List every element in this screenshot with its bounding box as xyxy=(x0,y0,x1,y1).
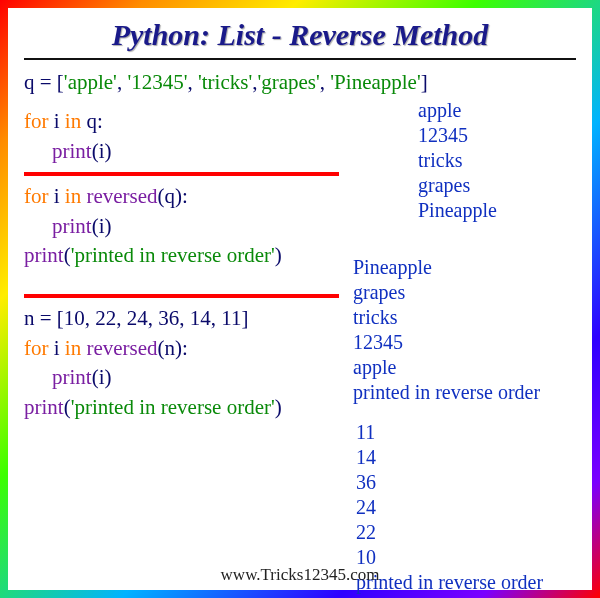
var-q: q xyxy=(165,184,176,208)
output-line: 36 xyxy=(356,470,543,495)
colon: : xyxy=(182,184,188,208)
paren-open: ( xyxy=(64,395,71,419)
colon: : xyxy=(182,336,188,360)
output-line: printed in reverse order xyxy=(353,380,540,405)
page-card: Python: List - Reverse Method q = ['appl… xyxy=(8,8,592,590)
kw-in: in xyxy=(65,109,87,133)
output-block-2: Pineapple grapes tricks 12345 apple prin… xyxy=(353,255,540,405)
paren-close: ) xyxy=(275,395,282,419)
kw-reversed: reversed xyxy=(86,336,157,360)
var-i: i xyxy=(54,109,65,133)
paren-close: ) xyxy=(175,336,182,360)
eq-open: = [ xyxy=(35,70,64,94)
paren-open: ( xyxy=(64,243,71,267)
str-12345: '12345' xyxy=(127,70,187,94)
kw-for: for xyxy=(24,109,54,133)
kw-print: print xyxy=(24,395,64,419)
paren-close: ) xyxy=(105,139,112,163)
num-list: 10, 22, 24, 36, 14, 11 xyxy=(64,306,242,330)
output-line: 11 xyxy=(356,420,543,445)
output-line: grapes xyxy=(418,173,497,198)
eq-open: = [ xyxy=(35,306,64,330)
output-line: tricks xyxy=(353,305,540,330)
page-title: Python: List - Reverse Method xyxy=(24,18,576,60)
paren-close: ) xyxy=(175,184,182,208)
kw-print: print xyxy=(52,214,92,238)
var-n: n xyxy=(165,336,176,360)
str-tricks: 'tricks' xyxy=(198,70,252,94)
output-line: 14 xyxy=(356,445,543,470)
var-n: n xyxy=(24,306,35,330)
comma: , xyxy=(187,70,198,94)
str-apple: 'apple' xyxy=(64,70,117,94)
output-line: 12345 xyxy=(353,330,540,355)
output-line: tricks xyxy=(418,148,497,173)
line-assign-q: q = ['apple', '12345', 'tricks','grapes'… xyxy=(24,68,576,97)
footer-url: www.Tricks12345.com xyxy=(8,565,592,585)
paren-open: ( xyxy=(92,139,99,163)
str-msg: 'printed in reverse order' xyxy=(71,395,275,419)
output-line: 22 xyxy=(356,520,543,545)
output-block-1: apple 12345 tricks grapes Pineapple xyxy=(418,98,497,223)
output-line: apple xyxy=(418,98,497,123)
divider-line xyxy=(24,172,339,176)
str-pineapple: 'Pineapple' xyxy=(330,70,420,94)
paren-open: ( xyxy=(158,184,165,208)
output-line: 12345 xyxy=(418,123,497,148)
kw-for: for xyxy=(24,184,54,208)
kw-print: print xyxy=(24,243,64,267)
var-i: i xyxy=(54,336,65,360)
kw-reversed: reversed xyxy=(86,184,157,208)
var-q: q xyxy=(24,70,35,94)
paren-close: ) xyxy=(275,243,282,267)
kw-print: print xyxy=(52,365,92,389)
kw-print: print xyxy=(52,139,92,163)
output-line: 24 xyxy=(356,495,543,520)
var-q: q xyxy=(86,109,97,133)
kw-in: in xyxy=(65,336,87,360)
output-line: apple xyxy=(353,355,540,380)
paren-open: ( xyxy=(92,365,99,389)
paren-open: ( xyxy=(92,214,99,238)
output-line: grapes xyxy=(353,280,540,305)
kw-in: in xyxy=(65,184,87,208)
var-i: i xyxy=(54,184,65,208)
colon: : xyxy=(97,109,103,133)
comma: , xyxy=(320,70,331,94)
kw-for: for xyxy=(24,336,54,360)
paren-close: ) xyxy=(105,365,112,389)
paren-close: ) xyxy=(105,214,112,238)
output-line: Pineapple xyxy=(418,198,497,223)
divider-line xyxy=(24,294,339,298)
str-grapes: 'grapes' xyxy=(257,70,319,94)
close-bracket: ] xyxy=(242,306,249,330)
close-bracket: ] xyxy=(421,70,428,94)
output-line: Pineapple xyxy=(353,255,540,280)
str-msg: 'printed in reverse order' xyxy=(71,243,275,267)
comma: , xyxy=(117,70,128,94)
paren-open: ( xyxy=(158,336,165,360)
